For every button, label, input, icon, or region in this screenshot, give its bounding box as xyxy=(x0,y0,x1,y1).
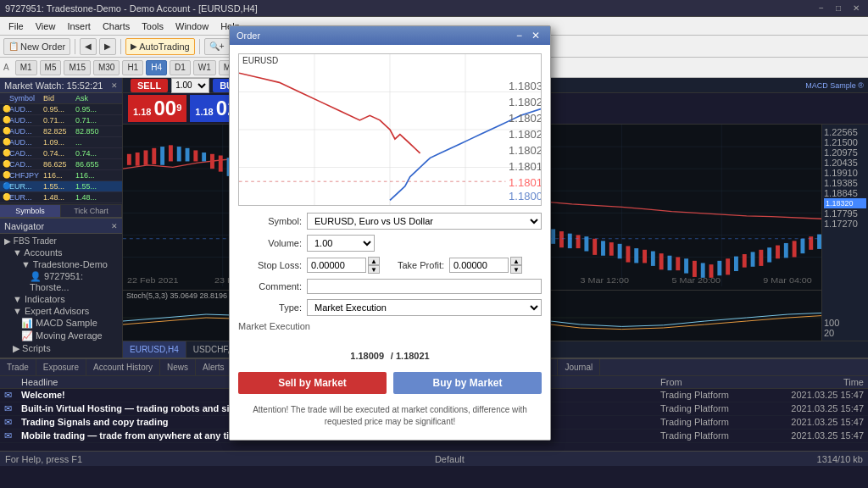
sell-by-market-button[interactable]: Sell by Market xyxy=(238,372,387,394)
order-modal-controls: − ✕ xyxy=(513,30,543,42)
list-item[interactable]: 🟡EUR...1.48...1.48... xyxy=(0,192,122,203)
navigator-close[interactable]: ✕ xyxy=(111,222,118,230)
order-minimize-button[interactable]: − xyxy=(513,30,526,42)
toolbar-back[interactable]: ◀ xyxy=(80,38,97,55)
order-close-button[interactable]: ✕ xyxy=(528,30,543,42)
svg-rect-95 xyxy=(817,235,821,249)
market-watch-tabs: Symbols Tick Chart xyxy=(0,204,122,217)
svg-rect-63 xyxy=(551,229,555,243)
menu-charts[interactable]: Charts xyxy=(97,19,135,33)
tab-account-history[interactable]: Account History xyxy=(86,359,160,375)
type-select[interactable]: Market Execution xyxy=(307,299,542,316)
nav-item-accounts[interactable]: ▼ Accounts xyxy=(2,247,120,258)
svg-rect-84 xyxy=(726,258,730,274)
svg-rect-21 xyxy=(202,152,206,161)
toolbar-zoom-in[interactable]: 🔍+ xyxy=(204,38,230,55)
tab-eurusd-h4[interactable]: EURUSD,H4 xyxy=(123,341,186,358)
take-profit-spinners: ▲ ▼ xyxy=(510,257,522,274)
list-item[interactable]: 🔵EUR...1.55...1.55... xyxy=(0,181,122,192)
tab-journal[interactable]: Journal xyxy=(558,359,600,375)
tf-h4[interactable]: H4 xyxy=(146,60,167,75)
toolbar-sep-2 xyxy=(120,39,121,54)
tab-symbols[interactable]: Symbols xyxy=(0,205,61,217)
take-profit-down[interactable]: ▼ xyxy=(510,265,522,274)
menu-tools[interactable]: Tools xyxy=(136,19,169,33)
current-price-label: 1.18320 xyxy=(824,198,866,208)
tf-m5[interactable]: M5 xyxy=(40,60,62,75)
nav-item-account-id[interactable]: 👤 9727951: Thorste... xyxy=(2,270,120,293)
symbol-field-row: Symbol: EURUSD, Euro vs US Dollar xyxy=(238,213,542,230)
nav-item-expert-advisors[interactable]: ▼ Expert Advisors xyxy=(2,305,120,317)
svg-rect-70 xyxy=(609,242,614,256)
sl-tp-row: Stop Loss: ▲ ▼ Take Profit: ▲ ▼ xyxy=(238,257,542,274)
list-item[interactable]: 🟡AUD...82.82582.850 xyxy=(0,126,122,137)
close-button[interactable]: ✕ xyxy=(849,3,863,13)
toolbar-sep-1 xyxy=(75,39,75,54)
lot-select[interactable]: 1.00 xyxy=(171,78,209,93)
take-profit-up[interactable]: ▲ xyxy=(510,257,522,265)
symbol-select[interactable]: EURUSD, Euro vs US Dollar xyxy=(307,213,542,230)
tf-d1[interactable]: D1 xyxy=(170,60,191,75)
price-quote: 1.18009 / 1.18021 xyxy=(238,338,542,365)
order-modal-body: EURUSD 1.18032 xyxy=(230,45,550,440)
stop-loss-input[interactable] xyxy=(307,258,366,273)
navigator-header: Navigator ✕ xyxy=(0,219,122,234)
nav-item-fbs-trader[interactable]: ▶ FBS Trader xyxy=(2,236,120,247)
tf-m15[interactable]: M15 xyxy=(64,60,90,75)
title-bar-controls: − □ ✕ xyxy=(815,3,863,13)
list-item[interactable]: 🟡CHFJPY116...116... xyxy=(0,170,122,181)
menu-view[interactable]: View xyxy=(31,19,61,33)
order-modal: Order − ✕ EURUSD xyxy=(229,25,551,441)
tab-news[interactable]: News xyxy=(160,359,196,375)
tab-trade[interactable]: Trade xyxy=(0,359,36,375)
tf-w1[interactable]: W1 xyxy=(193,60,216,75)
tf-m30[interactable]: M30 xyxy=(93,60,120,75)
svg-rect-68 xyxy=(593,239,597,255)
tf-h1[interactable]: H1 xyxy=(122,60,143,75)
nav-item-scripts[interactable]: ▶ Scripts xyxy=(2,342,120,355)
navigator-tree: ▶ FBS Trader ▼ Accounts ▼ Tradestone-Dem… xyxy=(0,234,122,358)
tab-tick-chart[interactable]: Tick Chart xyxy=(61,205,122,217)
nav-item-tradestone[interactable]: ▼ Tradestone-Demo xyxy=(2,258,120,270)
autotrading-button[interactable]: ▶ AutoTrading xyxy=(125,38,195,55)
svg-text:1.18020: 1.18020 xyxy=(509,145,541,157)
buy-by-market-button[interactable]: Buy by Market xyxy=(393,372,542,394)
svg-rect-13 xyxy=(136,152,140,166)
maximize-button[interactable]: □ xyxy=(832,3,844,13)
svg-rect-12 xyxy=(127,154,131,165)
tab-alerts[interactable]: Alerts xyxy=(196,359,232,375)
menu-file[interactable]: File xyxy=(3,19,29,33)
minimize-button[interactable]: − xyxy=(815,3,827,13)
svg-rect-94 xyxy=(809,236,813,250)
svg-rect-72 xyxy=(626,246,630,262)
nav-item-indicators[interactable]: ▼ Indicators xyxy=(2,293,120,305)
mini-chart-svg: 1.18032 1.18029 1.18026 1.18023 1.18020 … xyxy=(239,54,541,205)
list-item[interactable]: 🟡AUD...0.71...0.71... xyxy=(0,115,122,126)
menu-window[interactable]: Window xyxy=(170,19,214,33)
nav-item-moving-average[interactable]: 📈 Moving Average xyxy=(2,330,120,342)
new-order-button[interactable]: 📋 New Order xyxy=(3,38,70,55)
stop-loss-up[interactable]: ▲ xyxy=(368,257,380,265)
list-item[interactable]: 🟡AUD...0.95...0.95... xyxy=(0,104,122,115)
svg-text:1.18029: 1.18029 xyxy=(509,97,541,109)
svg-rect-75 xyxy=(651,252,655,266)
svg-rect-23 xyxy=(219,156,223,172)
comment-input[interactable] xyxy=(307,279,542,294)
stop-loss-down[interactable]: ▼ xyxy=(368,265,380,274)
tab-exposure[interactable]: Exposure xyxy=(36,359,86,375)
volume-select[interactable]: 1.00 xyxy=(307,235,375,252)
list-item[interactable]: 🟡AUD...1.09...... xyxy=(0,137,122,148)
market-watch-close[interactable]: ✕ xyxy=(111,81,118,90)
tf-m1[interactable]: M1 xyxy=(15,60,37,75)
nav-item-macd[interactable]: 📊 MACD Sample xyxy=(2,317,120,330)
action-buttons: Sell by Market Buy by Market xyxy=(238,372,542,394)
svg-rect-88 xyxy=(759,250,763,266)
list-item[interactable]: 🟡CAD...86.62586.655 xyxy=(0,159,122,170)
take-profit-input[interactable] xyxy=(449,258,509,273)
toolbar-forward[interactable]: ▶ xyxy=(99,38,116,55)
market-watch-title: Market Watch: 15:52:21 xyxy=(4,80,103,91)
menu-insert[interactable]: Insert xyxy=(62,19,96,33)
sell-button[interactable]: SELL xyxy=(131,79,168,92)
svg-rect-76 xyxy=(659,253,664,269)
list-item[interactable]: 🟡CAD...0.74...0.74... xyxy=(0,148,122,159)
